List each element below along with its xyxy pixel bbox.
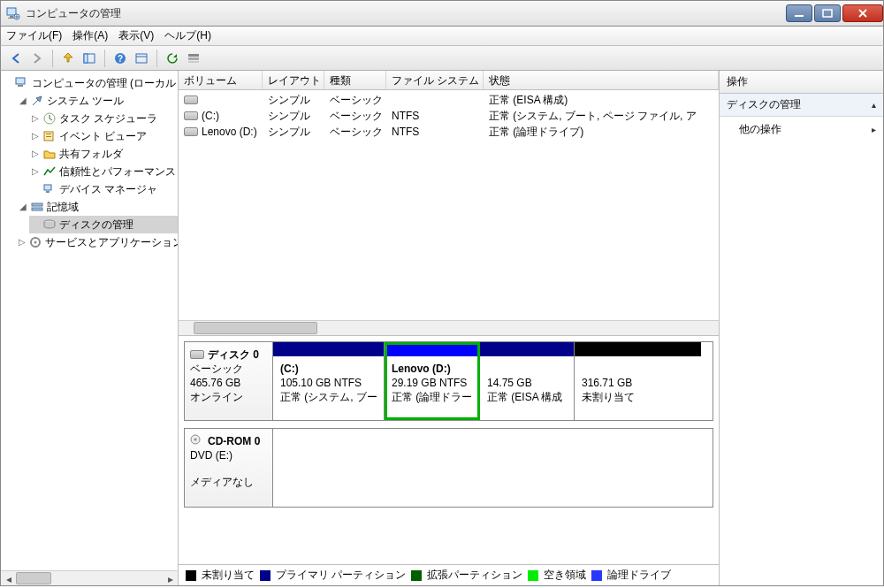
help-button[interactable]: ? (110, 49, 130, 68)
back-button[interactable] (6, 49, 26, 68)
list-view-icon[interactable] (184, 49, 203, 68)
disk-icon (190, 350, 204, 359)
scroll-left-icon[interactable]: ◂ (1, 571, 16, 585)
partition[interactable]: (C:)105.10 GB NTFS正常 (システム, ブー (273, 342, 385, 420)
svg-point-27 (34, 241, 37, 244)
disk-0-info: ディスク 0 ベーシック 465.76 GB オンライン (185, 342, 273, 420)
storage-icon (30, 200, 44, 214)
volume-kind: ベーシック (324, 125, 386, 140)
tree-storage[interactable]: ◢ 記憶域 (17, 198, 178, 216)
cdrom-row[interactable]: CD-ROM 0 DVD (E:) メディアなし (184, 428, 713, 508)
svg-rect-19 (46, 134, 51, 134)
svg-text:?: ? (118, 54, 123, 64)
disk-0-title: ディスク 0 (208, 347, 259, 362)
volume-kind: ベーシック (324, 93, 386, 108)
menu-view[interactable]: 表示(V) (118, 28, 154, 43)
tree-task-scheduler[interactable]: ▷ タスク スケジューラ (29, 110, 178, 127)
volume-fs: NTFS (386, 126, 484, 138)
up-button[interactable] (58, 49, 78, 68)
tree-disk-management[interactable]: ▷ ディスクの管理 (29, 216, 178, 233)
volume-kind: ベーシック (324, 109, 386, 124)
menu-action[interactable]: 操作(A) (72, 28, 108, 43)
partition-band (480, 342, 574, 356)
volume-icon (184, 127, 198, 136)
scroll-thumb[interactable] (194, 322, 317, 334)
menu-help[interactable]: ヘルプ(H) (164, 28, 211, 43)
separator (52, 50, 53, 67)
close-button[interactable] (842, 4, 883, 22)
svg-rect-10 (136, 54, 147, 63)
tree-hscrollbar[interactable]: ◂ ▸ (1, 570, 178, 585)
volume-layout: シンプル (263, 109, 324, 124)
col-kind[interactable]: 種類 (324, 71, 386, 89)
partition-label: 14.75 GB正常 (EISA 構成 (480, 356, 574, 420)
scroll-right-icon[interactable]: ▸ (163, 571, 178, 585)
volume-row[interactable]: シンプルベーシック正常 (EISA 構成) (179, 92, 719, 108)
tree-services-apps[interactable]: ▷ サービスとアプリケーション (17, 233, 178, 251)
svg-rect-7 (84, 54, 88, 63)
cdrom-info: CD-ROM 0 DVD (E:) メディアなし (185, 429, 273, 507)
actions-panel: 操作 ディスクの管理 ▴ 他の操作 ▸ (719, 71, 883, 585)
toolbar: ? (0, 46, 884, 71)
legend-free: 空き領域 (528, 568, 586, 583)
partition[interactable]: 316.71 GB未割り当て (575, 342, 701, 420)
volume-name: Lenovo (D:) (179, 126, 263, 138)
svg-rect-22 (46, 191, 50, 193)
separator (104, 50, 105, 67)
col-volume[interactable]: ボリューム (179, 71, 263, 89)
clock-icon (42, 111, 57, 126)
tree-device-manager[interactable]: ▷ デバイス マネージャ (29, 180, 178, 198)
col-fs[interactable]: ファイル システム (386, 71, 484, 89)
center-panel: ボリューム レイアウト 種類 ファイル システム 状態 シンプルベーシック正常 … (179, 71, 719, 585)
tree-root[interactable]: ▸ コンピュータの管理 (ローカル (4, 74, 178, 92)
maximize-button[interactable] (814, 4, 841, 22)
tools-icon (30, 94, 44, 108)
disk-icon (42, 218, 57, 232)
volume-row[interactable]: (C:)シンプルベーシックNTFS正常 (システム, ブート, ページ ファイル… (179, 108, 719, 124)
legend: 未割り当て プライマリ パーティション 拡張パーティション 空き領域 論理ドライ… (179, 564, 719, 585)
col-status[interactable]: 状態 (484, 71, 719, 89)
console-tree[interactable]: ▸ コンピュータの管理 (ローカル ◢ (1, 71, 178, 570)
svg-rect-1 (10, 16, 13, 18)
tree-panel: ▸ コンピュータの管理 (ローカル ◢ (1, 71, 179, 585)
volume-list: ボリューム レイアウト 種類 ファイル システム 状態 シンプルベーシック正常 … (179, 71, 719, 336)
refresh-icon[interactable] (163, 49, 182, 68)
cdrom-title: CD-ROM 0 (208, 434, 260, 448)
partition[interactable]: 14.75 GB正常 (EISA 構成 (480, 342, 575, 420)
actions-more[interactable]: 他の操作 ▸ (720, 117, 883, 142)
volume-icon (184, 111, 198, 120)
properties-button[interactable] (132, 49, 151, 68)
partition[interactable]: Lenovo (D:)29.19 GB NTFS正常 (論理ドラー (385, 342, 480, 420)
tree-reliability-perf[interactable]: ▷ 信頼性とパフォーマンス (29, 163, 178, 180)
volume-header: ボリューム レイアウト 種類 ファイル システム 状態 (179, 71, 719, 90)
services-icon (28, 235, 42, 249)
svg-point-29 (194, 439, 197, 441)
volume-name (179, 95, 263, 104)
volumes-hscrollbar[interactable] (179, 320, 719, 335)
show-hide-tree-button[interactable] (80, 49, 99, 68)
scroll-thumb[interactable] (16, 572, 51, 584)
cdrom-state: メディアなし (190, 475, 267, 489)
separator (156, 50, 157, 67)
event-icon (42, 129, 57, 143)
disk-0-type: ベーシック (190, 362, 267, 376)
tree-event-viewer[interactable]: ▷ イベント ビューア (29, 127, 178, 145)
volume-icon (184, 95, 198, 104)
svg-rect-13 (188, 57, 199, 60)
tree-shared-folders[interactable]: ▷ 共有フォルダ (29, 145, 178, 163)
tree-system-tools[interactable]: ◢ システム ツール (17, 92, 178, 110)
volume-row[interactable]: Lenovo (D:)シンプルベーシックNTFS正常 (論理ドライブ) (179, 124, 719, 140)
titlebar: コンピュータの管理 (0, 0, 884, 27)
legend-extended: 拡張パーティション (411, 568, 522, 583)
partition-label: 316.71 GB未割り当て (575, 356, 701, 420)
forward-button[interactable] (27, 49, 47, 68)
disk-0-row[interactable]: ディスク 0 ベーシック 465.76 GB オンライン (C:)105.10 … (184, 341, 713, 421)
volume-status: 正常 (EISA 構成) (484, 93, 719, 108)
perf-icon (42, 164, 57, 179)
actions-section[interactable]: ディスクの管理 ▴ (720, 94, 883, 117)
collapse-icon: ▴ (872, 100, 876, 110)
volume-layout: シンプル (263, 125, 324, 140)
col-layout[interactable]: レイアウト (263, 71, 324, 89)
minimize-button[interactable] (786, 4, 812, 22)
menu-file[interactable]: ファイル(F) (6, 28, 62, 43)
